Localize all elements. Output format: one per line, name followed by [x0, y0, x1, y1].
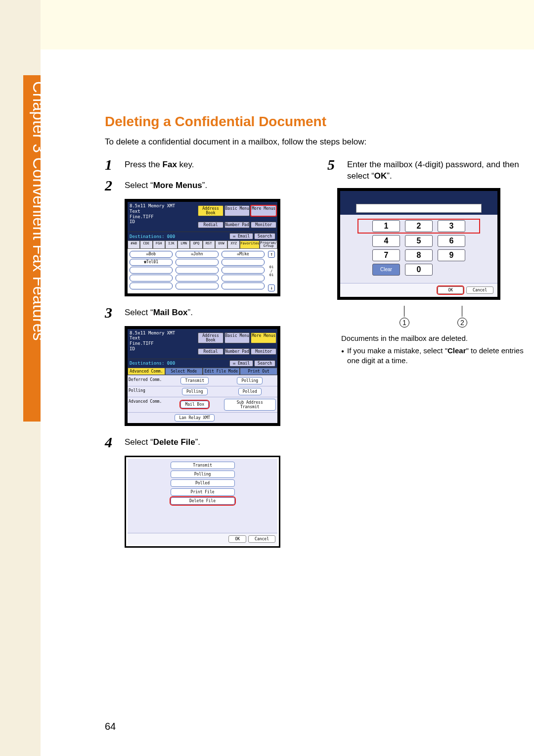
keypad-9[interactable]: 9 [438, 249, 465, 261]
page-indicator: 01 / 01 [269, 265, 273, 277]
alpha-tab[interactable]: XYZ [227, 240, 240, 249]
alpha-tab[interactable]: #AB [128, 240, 140, 249]
alpha-tab[interactable]: CDE [140, 240, 152, 249]
keypad-6[interactable]: 6 [438, 235, 465, 247]
alpha-tab[interactable]: LMN [178, 240, 190, 249]
step-number-4: 4 [105, 435, 118, 450]
redial-button[interactable]: Redial [198, 222, 223, 228]
polled-button[interactable]: Polled [171, 479, 235, 487]
edit-file-mode-tab[interactable]: Edit File Mode [203, 368, 240, 375]
step-number-2: 2 [105, 178, 118, 193]
address-book-button[interactable]: Address Book [198, 205, 223, 216]
contact-card[interactable]: ✉ John [176, 251, 219, 258]
destinations-label: Destinations: 000 [130, 361, 175, 366]
cancel-button[interactable]: Cancel [466, 286, 493, 294]
keypad-7[interactable]: 7 [372, 249, 400, 261]
basic-menu-button[interactable]: Basic Menu [224, 332, 250, 343]
callout-2: 2 [457, 318, 467, 328]
step-text-5: Enter the mailbox (4-digit) password, an… [347, 159, 525, 182]
page-number: 64 [105, 721, 116, 732]
row-label: Polling [128, 386, 167, 397]
alpha-tab[interactable]: UVW [215, 240, 227, 249]
basic-menu-button[interactable]: Basic Menu [224, 205, 250, 216]
email-button[interactable]: ✉ Email [229, 233, 253, 239]
screenshot-more-menus: 8.5x11 Memory XMT Text Fine.TIFF ID Addr… [125, 199, 280, 296]
keypad-3[interactable]: 3 [438, 220, 465, 232]
alpha-tab[interactable]: IJK [165, 240, 178, 249]
screenshot-delete-file: Transmit Polling Polled Print File Delet… [125, 456, 280, 548]
alpha-tab[interactable]: RST [203, 240, 215, 249]
number-pad-button[interactable]: Number Pad [224, 222, 250, 228]
cancel-button[interactable]: Cancel [248, 535, 275, 543]
program-group-tab[interactable]: Program/ Group [260, 240, 277, 249]
transmit-button[interactable]: Transmit [171, 462, 235, 469]
polling-button[interactable]: Polling [237, 377, 263, 384]
contact-card[interactable]: ✉ Mike [222, 251, 265, 258]
intro-text: To delete a confidential document in a m… [105, 137, 530, 147]
step-number-1: 1 [105, 157, 118, 172]
note-clear: ● If you make a mistake, select "Clear" … [341, 346, 525, 365]
note-deleted: Documents in the mailbox are deleted. [341, 333, 525, 343]
step-text-4: Select “Delete File”. [125, 437, 200, 448]
step-number-3: 3 [105, 305, 118, 320]
keypad-5[interactable]: 5 [405, 235, 433, 247]
keypad-2[interactable]: 2 [405, 220, 433, 232]
delete-file-button[interactable]: Delete File [171, 497, 235, 505]
advanced-comm-tab[interactable]: Advanced Comm. [128, 368, 165, 375]
sub-address-transmit-button[interactable]: Sub Address Transmit [224, 399, 276, 411]
destinations-label: Destinations: 000 [130, 234, 175, 239]
redial-button[interactable]: Redial [198, 348, 223, 355]
ok-button[interactable]: OK [438, 286, 463, 294]
more-menus-button[interactable]: More Menus [251, 205, 276, 216]
scroll-down-icon[interactable]: ↓ [268, 284, 275, 291]
transmit-button[interactable]: Transmit [180, 377, 209, 384]
screenshot-mail-box: 8.5x11 Memory XMT Text Fine.TIFF ID Addr… [125, 326, 280, 426]
search-button[interactable]: Search [254, 360, 275, 367]
password-field[interactable] [356, 204, 482, 213]
row-label: Deferred Comm. [128, 376, 167, 386]
print-file-button[interactable]: Print File [171, 488, 235, 496]
polled-button[interactable]: Polled [238, 388, 262, 395]
keypad-0[interactable]: 0 [405, 264, 433, 276]
step-number-5: 5 [327, 157, 340, 172]
polling-button[interactable]: Polling [171, 471, 235, 478]
number-pad-button[interactable]: Number Pad [224, 348, 250, 355]
screenshot-password-pad: 1 2 3 4 5 6 7 8 9 [337, 188, 500, 300]
callout-1: 1 [400, 318, 409, 328]
more-menus-button[interactable]: More Menus [251, 332, 276, 343]
mail-box-button[interactable]: Mail Box [180, 401, 209, 408]
lan-relay-xmt-button[interactable]: Lan Relay XMT [175, 414, 215, 422]
print-out-tab[interactable]: Print Out [240, 368, 277, 375]
scroll-up-icon[interactable]: ↑ [268, 251, 275, 258]
step-text-3: Select “Mail Box”. [125, 307, 193, 319]
keypad-4[interactable]: 4 [372, 235, 400, 247]
monitor-button[interactable]: Monitor [251, 222, 276, 228]
address-book-button[interactable]: Address Book [198, 332, 223, 343]
section-title: Deleting a Confidential Document [105, 114, 530, 130]
polling-button[interactable]: Polling [182, 388, 208, 395]
favorites-tab[interactable]: Favorites [240, 240, 260, 249]
contact-card[interactable]: ☎ Tel01 [130, 259, 173, 266]
ok-button[interactable]: OK [228, 535, 246, 543]
keypad-8[interactable]: 8 [405, 249, 433, 261]
alpha-tab[interactable]: FGH [153, 240, 165, 249]
email-button[interactable]: ✉ Email [229, 360, 253, 367]
row-label: Advanced Comm. [128, 397, 167, 412]
step-text-1: Press the Fax key. [125, 159, 194, 171]
select-mode-tab[interactable]: Select Mode [165, 368, 203, 375]
search-button[interactable]: Search [254, 233, 275, 239]
monitor-button[interactable]: Monitor [251, 348, 276, 355]
contact-card[interactable]: ✉ Bob [130, 251, 173, 258]
alpha-tab[interactable]: OPQ [190, 240, 202, 249]
keypad-clear[interactable]: Clear [372, 264, 400, 276]
step-text-2: Select “More Menus”. [125, 180, 207, 191]
keypad-1[interactable]: 1 [372, 220, 400, 232]
